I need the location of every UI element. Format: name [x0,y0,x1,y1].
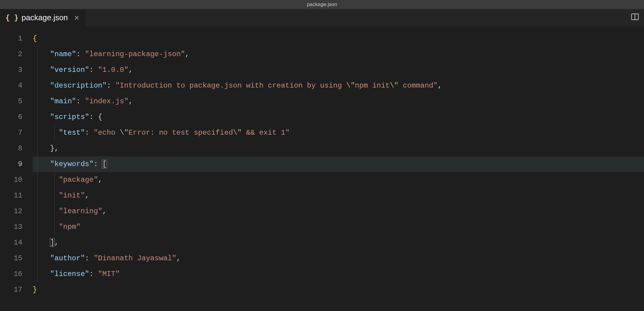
code-line: } [33,282,644,298]
code-line: "license": "MIT" [33,266,644,282]
line-number: 2 [0,46,33,62]
editor[interactable]: 1 2 3 4 5 6 7 8 9 10 11 12 13 14 15 16 1… [0,27,644,311]
tab-package-json[interactable]: { } package.json [0,9,86,26]
code-line: "test": "echo \"Error: no test specified… [33,125,644,141]
line-number: 3 [0,62,33,78]
line-number: 5 [0,94,33,109]
code-line: }, [33,141,644,156]
code-line: "description": "Introduction to package.… [33,78,644,94]
line-number: 11 [0,188,33,204]
line-number-gutter: 1 2 3 4 5 6 7 8 9 10 11 12 13 14 15 16 1… [0,31,33,311]
line-number: 17 [0,282,33,298]
code-area[interactable]: { "name": "learning-package-json", "vers… [33,31,644,311]
line-number: 6 [0,109,33,125]
bracket-match: ] [50,238,55,247]
line-number: 1 [0,31,33,46]
code-line: { [33,31,644,46]
line-number: 8 [0,141,33,156]
code-line: "version": "1.0.0", [33,62,644,78]
code-line: "scripts": { [33,109,644,125]
code-line: ], [33,235,644,251]
split-editor-icon[interactable] [631,12,639,23]
line-number: 10 [0,172,33,188]
code-line: "author": "Dinanath Jayaswal", [33,251,644,266]
code-line: "learning", [33,204,644,219]
line-number: 4 [0,78,33,94]
code-line: "init", [33,188,644,204]
code-line: "package", [33,172,644,188]
json-file-icon: { } [5,14,18,22]
bracket-match: [ [102,160,107,168]
line-number: 14 [0,235,33,251]
line-number: 9 [0,156,33,172]
line-number: 7 [0,125,33,141]
tab-bar: { } package.json [0,9,644,27]
code-line-active: "keywords": [ [33,156,644,172]
code-line: "name": "learning-package-json", [33,46,644,62]
line-number: 13 [0,219,33,235]
code-line: "npm" [33,219,644,235]
window-title-bar: package.json [0,0,644,9]
code-line: "main": "index.js", [33,94,644,109]
close-icon[interactable] [73,14,80,21]
line-number: 15 [0,251,33,266]
line-number: 16 [0,266,33,282]
line-number: 12 [0,204,33,219]
tab-filename: package.json [21,13,68,22]
window-title: package.json [307,2,337,8]
